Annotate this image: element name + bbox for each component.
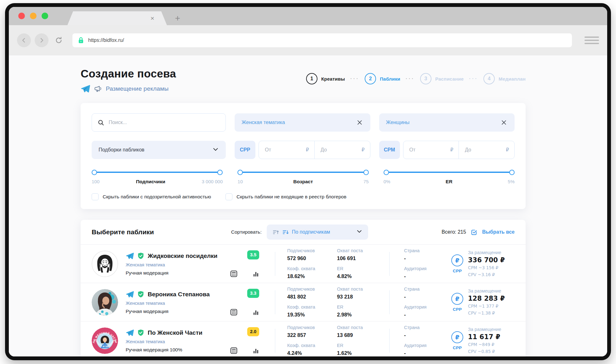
ruble-circle-icon: ₽ [451, 254, 463, 266]
cpm-to-input[interactable] [464, 147, 503, 153]
audience-value: - [404, 312, 451, 318]
close-window-button[interactable] [18, 13, 25, 19]
divider [389, 252, 390, 276]
search-icon [98, 119, 104, 126]
public-name[interactable]: Вероника Степанова [148, 291, 210, 298]
public-row[interactable]: Вероника Степанова Женская тематика Ручн… [81, 283, 526, 321]
country-value: - [404, 332, 451, 338]
slider-track[interactable] [237, 170, 368, 175]
select-all-icon[interactable] [471, 229, 478, 236]
step-publics[interactable]: 2 Паблики [365, 73, 400, 84]
cpm-toggle-button[interactable]: CPM [379, 141, 400, 159]
step-creatives[interactable]: 1 Креативы [306, 73, 345, 84]
browser-window: × + https://bidfox.ru/ Создание посева [5, 3, 611, 360]
public-topic: Женская тематика [126, 301, 230, 306]
avatar: ПО ЖЕНСКОЙ ЧАСТИ КРАСОТА И ЗДОРОВЬЕ [92, 327, 118, 354]
filters-panel: Женская тематика Женщины Подборки паблик… [81, 103, 526, 209]
sort-dropdown[interactable]: По подписчикам [267, 225, 368, 240]
subscribers-value: 322 857 [287, 332, 329, 338]
verified-shield-icon [137, 329, 145, 337]
forward-icon [38, 37, 45, 44]
ruble-sign: ₽ [450, 147, 453, 153]
er-value: 1.62% [337, 350, 379, 356]
address-bar[interactable]: https://bidfox.ru/ [72, 33, 572, 47]
reload-icon [55, 37, 62, 44]
browser-tab[interactable]: × [67, 11, 167, 25]
price-value: 336 700 ₽ [468, 256, 505, 264]
cpp-from-input[interactable] [264, 147, 303, 153]
step-separator: ··· [469, 76, 478, 82]
slider-track[interactable] [384, 170, 515, 175]
step-separator: ··· [350, 76, 359, 82]
topic-filter-chip[interactable]: Женская тематика [235, 113, 370, 132]
divider [275, 290, 275, 314]
browser-titlebar: × + [9, 7, 607, 25]
total-count: Всего: 215 [442, 229, 466, 235]
slider-handle-min[interactable] [237, 170, 243, 175]
maximize-window-button[interactable] [42, 13, 48, 19]
step-number: 2 [365, 73, 376, 84]
price-block: ₽ CPP За размещение 11 617 ₽ CPM ~849 ₽ … [451, 327, 524, 354]
er-value: 2.98% [337, 312, 379, 318]
slider-track[interactable] [92, 170, 223, 175]
hide-suspicious-checkbox[interactable] [92, 193, 99, 200]
public-row[interactable]: Жидковские посиделки Женская тематика Ру… [81, 244, 526, 283]
reach-coef-value: 19.35% [287, 312, 329, 318]
select-all-link[interactable]: Выбрать все [482, 229, 515, 235]
post-reach-value: 106 691 [337, 255, 379, 261]
reload-button[interactable] [52, 33, 65, 47]
telegram-icon [126, 290, 134, 299]
slider-handle-max[interactable] [509, 170, 515, 175]
slider-handle-max[interactable] [217, 170, 223, 175]
subscribers-value: 481 802 [287, 294, 329, 300]
search-input[interactable] [108, 119, 220, 126]
price-type: CPP [453, 307, 462, 312]
page-subtitle: Размещение рекламы [106, 85, 168, 92]
sort-desc-icon[interactable] [282, 229, 289, 236]
back-button[interactable] [17, 33, 31, 47]
cpm-value: CPM ~3 156 ₽ [468, 265, 505, 271]
cpp-range-inputs: ₽ ₽ [259, 141, 370, 159]
step-schedule[interactable]: 3 Расписание [420, 73, 464, 84]
cpp-toggle-button[interactable]: CPP [235, 141, 255, 159]
post-reach-value: 13 689 [337, 332, 379, 338]
telegram-icon [126, 329, 134, 337]
lock-icon [77, 37, 84, 44]
public-topic: Женская тематика [126, 262, 230, 267]
cpm-from-input[interactable] [409, 147, 448, 153]
hide-unregistered-checkbox[interactable] [225, 193, 232, 200]
public-row[interactable]: ПО ЖЕНСКОЙ ЧАСТИ КРАСОТА И ЗДОРОВЬЕ [81, 321, 526, 356]
collections-dropdown[interactable]: Подборки пабликов [92, 141, 226, 159]
calculator-icon[interactable] [230, 347, 237, 354]
public-moderation: Ручная модерация 100% [126, 347, 230, 353]
public-name[interactable]: Жидковские посиделки [148, 253, 218, 259]
sort-asc-icon[interactable] [272, 229, 279, 236]
price-value: 128 283 ₽ [468, 295, 505, 302]
country-value: - [404, 255, 451, 261]
new-tab-button[interactable]: + [171, 11, 184, 25]
forward-button[interactable] [35, 33, 48, 47]
tab-close-icon[interactable]: × [151, 14, 154, 22]
calculator-icon[interactable] [230, 270, 237, 277]
rating-badge: 2.0 [247, 327, 259, 336]
cpm-value: CPM ~1 377 ₽ [468, 304, 505, 309]
remove-gender-filter-icon[interactable] [500, 119, 508, 126]
ruble-sign: ₽ [306, 147, 309, 153]
cpv-value: CPV ~0.85 ₽ [468, 349, 501, 355]
slider-handle-max[interactable] [363, 170, 369, 175]
public-name[interactable]: По Женской Части [148, 329, 202, 336]
slider-handle-min[interactable] [92, 170, 97, 175]
bar-chart-icon[interactable] [253, 270, 259, 277]
remove-topic-filter-icon[interactable] [356, 119, 363, 126]
bar-chart-icon[interactable] [253, 347, 259, 354]
minimize-window-button[interactable] [30, 13, 37, 19]
step-mediaplan[interactable]: 4 Медиаплан [483, 73, 526, 84]
cpp-to-input[interactable] [320, 147, 359, 153]
slider-handle-min[interactable] [384, 170, 389, 175]
menu-button[interactable] [585, 33, 599, 47]
calculator-icon[interactable] [230, 309, 237, 316]
gender-filter-chip[interactable]: Женщины [379, 113, 515, 132]
cpm-value: CPM ~849 ₽ [468, 342, 501, 348]
page-viewport: Создание посева Размещение рекламы 1 Кре… [9, 55, 607, 356]
bar-chart-icon[interactable] [253, 309, 259, 316]
